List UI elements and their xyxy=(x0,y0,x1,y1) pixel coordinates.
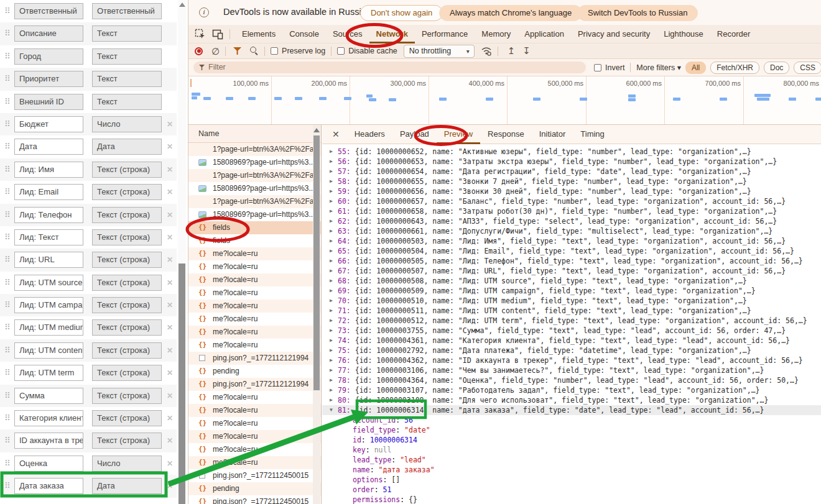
disclosure-collapsed-icon[interactable]: ▶ xyxy=(330,256,333,266)
disclosure-collapsed-icon[interactable]: ▶ xyxy=(330,336,333,346)
request-row-15808969-page-url-https-3[interactable]: 15808969?page-url=https%3... xyxy=(188,208,321,221)
filter-icon[interactable] xyxy=(233,47,241,55)
field-type-input[interactable]: Число xyxy=(92,456,162,472)
network-conditions-icon[interactable] xyxy=(481,45,492,57)
remove-field-icon[interactable]: ✕ xyxy=(167,142,173,151)
chip-css[interactable]: CSS xyxy=(794,62,821,74)
drag-handle-icon[interactable]: ⠿ xyxy=(4,367,11,378)
form-scrollbar[interactable] xyxy=(178,0,186,504)
preview-row-55[interactable]: ▶55: {id: 10000000652, name: "Активные ю… xyxy=(322,147,821,157)
remove-field-icon[interactable]: ✕ xyxy=(167,188,173,196)
remove-field-icon[interactable]: ✕ xyxy=(167,414,173,423)
disclosure-collapsed-icon[interactable]: ▶ xyxy=(330,316,333,326)
request-row-1-page-url-btn-3a-2f-2fa[interactable]: 1?page-url=btn%3A%2F%2Fa... xyxy=(188,195,321,208)
field-label-input[interactable]: Внешний ID xyxy=(14,94,83,110)
detail-tab-timing[interactable]: Timing xyxy=(573,125,612,144)
request-row-me-locale-ru[interactable]: {}me?locale=ru xyxy=(188,286,321,300)
drag-handle-icon[interactable]: ⠿ xyxy=(4,164,11,175)
field-type-input[interactable]: Текст (строка) xyxy=(92,365,162,381)
drag-handle-icon[interactable]: ⠿ xyxy=(4,300,11,311)
switch-to-russian-button[interactable]: Switch DevTools to Russian xyxy=(577,5,698,21)
disclosure-collapsed-icon[interactable]: ▶ xyxy=(330,176,333,186)
preview-row-66[interactable]: ▶66: {id: 10000000505, name: "Лид: Телеф… xyxy=(322,256,821,266)
tab-elements[interactable]: Elements xyxy=(235,25,282,44)
tab-performance[interactable]: Performance xyxy=(415,25,475,44)
request-row-me-locale-ru[interactable]: {}me?locale=ru xyxy=(188,417,321,430)
dont-show-again-button[interactable]: Don't show again xyxy=(360,5,443,21)
field-type-input[interactable]: Дата xyxy=(92,478,162,494)
drag-handle-icon[interactable]: ⠿ xyxy=(4,6,11,17)
remove-field-icon[interactable]: ✕ xyxy=(167,436,173,445)
field-label-input[interactable]: Дата xyxy=(14,139,83,155)
more-filters-button[interactable]: More filters ▾ xyxy=(636,63,681,72)
request-row-me-locale-ru[interactable]: {}me?locale=ru xyxy=(188,391,321,404)
disclosure-collapsed-icon[interactable]: ▶ xyxy=(330,206,333,216)
field-label-input[interactable]: Лид: URL xyxy=(14,252,83,268)
field-type-input[interactable]: Текст (строка) xyxy=(92,229,162,245)
export-har-icon[interactable]: ↧ xyxy=(522,45,531,57)
field-type-input[interactable]: Текст (строка) xyxy=(92,252,162,268)
field-label-input[interactable]: Дата заказа xyxy=(14,478,83,494)
request-row-fields[interactable]: {}fields xyxy=(188,234,321,247)
preview-row-79[interactable]: ▶79: {id: 10000003107, name: "Работодате… xyxy=(322,385,821,395)
requests-scrollbar[interactable] xyxy=(313,125,320,504)
disclosure-collapsed-icon[interactable]: ▶ xyxy=(330,266,333,276)
disclosure-collapsed-icon[interactable]: ▶ xyxy=(330,236,333,246)
disclosure-collapsed-icon[interactable]: ▶ xyxy=(330,216,333,226)
field-type-input[interactable]: Текст (строка) xyxy=(92,275,162,291)
preview-row-60[interactable]: ▶60: {id: 10000000657, name: "Баланс", f… xyxy=(322,196,821,206)
request-row-pending[interactable]: {}pending xyxy=(188,482,321,495)
request-row-ping-json-1772112450015[interactable]: ping.json?_=1772112450015 xyxy=(188,469,321,482)
chip-all[interactable]: All xyxy=(685,62,706,74)
preview-row-77[interactable]: ▶77: {id: 10000003106, name: "Чем вы зан… xyxy=(322,365,821,375)
field-label-input[interactable]: Лид: UTM source xyxy=(14,275,83,291)
preview-row-69[interactable]: ▶69: {id: 10000000509, name: "Лид: UTM c… xyxy=(322,286,821,296)
disclosure-collapsed-icon[interactable]: ▶ xyxy=(330,186,333,196)
throttling-select[interactable]: No throttling ▾ xyxy=(404,45,475,58)
field-type-input[interactable]: Текст xyxy=(92,71,162,87)
field-label-input[interactable]: Сумма xyxy=(14,388,83,404)
drag-handle-icon[interactable]: ⠿ xyxy=(4,28,11,39)
tab-recorder[interactable]: Recorder xyxy=(710,25,757,44)
field-label-input[interactable]: Лид: UTM content xyxy=(14,342,83,359)
disclosure-collapsed-icon[interactable]: ▶ xyxy=(330,385,333,395)
network-overview-timeline[interactable]: 100,000 ms200,000 ms300,000 ms400,000 ms… xyxy=(188,76,821,125)
name-column-header[interactable]: Name xyxy=(188,125,321,143)
request-row-ping-json-1772112450015[interactable]: {}ping.json?_=1772112450015 xyxy=(188,495,321,504)
field-type-input[interactable]: Текст (строка) xyxy=(92,162,162,178)
remove-field-icon[interactable]: ✕ xyxy=(167,233,173,242)
disclosure-collapsed-icon[interactable]: ▶ xyxy=(330,167,333,176)
disable-cache-checkbox[interactable] xyxy=(337,47,345,55)
request-row-me-locale-ru[interactable]: {}me?locale=ru xyxy=(188,326,321,339)
scroll-up-icon[interactable] xyxy=(313,128,320,132)
disclosure-collapsed-icon[interactable]: ▶ xyxy=(330,375,333,385)
preview-row-72[interactable]: ▶72: {id: 10000000512, name: "Лид: UTM t… xyxy=(322,316,821,326)
tab-network[interactable]: Network xyxy=(369,25,415,44)
drag-handle-icon[interactable]: ⠿ xyxy=(4,232,11,243)
preview-row-76[interactable]: ▶76: {id: 10000004362, name: "ID аккаунт… xyxy=(322,355,821,365)
field-label-input[interactable]: Лид: Телефон xyxy=(14,207,83,223)
remove-field-icon[interactable]: ✕ xyxy=(167,482,173,490)
field-label-input[interactable]: Ответственный xyxy=(14,3,83,19)
request-row-fields[interactable]: {}fields xyxy=(188,221,321,234)
invert-checkbox[interactable] xyxy=(594,64,601,71)
request-row-me-locale-ru[interactable]: {}me?locale=ru xyxy=(188,456,321,469)
remove-field-icon[interactable]: ✕ xyxy=(167,211,173,219)
preserve-log-checkbox[interactable] xyxy=(271,47,278,55)
preview-row-73[interactable]: ▶73: {id: 10000003755, name: "Сумма", fi… xyxy=(322,326,821,336)
preview-row-58[interactable]: ▶58: {id: 10000000655, name: "Звонки 7 д… xyxy=(322,176,821,186)
drag-handle-icon[interactable]: ⠿ xyxy=(4,322,11,333)
disclosure-collapsed-icon[interactable]: ▶ xyxy=(330,395,333,405)
preview-row-70[interactable]: ▶70: {id: 10000000510, name: "Лид: UTM m… xyxy=(322,296,821,306)
drag-handle-icon[interactable]: ⠿ xyxy=(4,141,11,152)
preview-row-71[interactable]: ▶71: {id: 10000000511, name: "Лид: UTM c… xyxy=(322,306,821,316)
disclosure-collapsed-icon[interactable]: ▶ xyxy=(330,355,333,365)
field-label-input[interactable]: Описание xyxy=(14,25,83,42)
field-label-input[interactable]: Приоритет xyxy=(14,71,83,87)
remove-field-icon[interactable]: ✕ xyxy=(167,346,173,355)
field-type-input[interactable]: Текст (строка) xyxy=(92,184,162,200)
disclosure-collapsed-icon[interactable]: ▶ xyxy=(330,147,333,157)
disclosure-collapsed-icon[interactable]: ▶ xyxy=(330,196,333,206)
disclosure-collapsed-icon[interactable]: ▶ xyxy=(330,286,333,296)
request-row-me-locale-ru[interactable]: {}me?locale=ru xyxy=(188,247,321,260)
